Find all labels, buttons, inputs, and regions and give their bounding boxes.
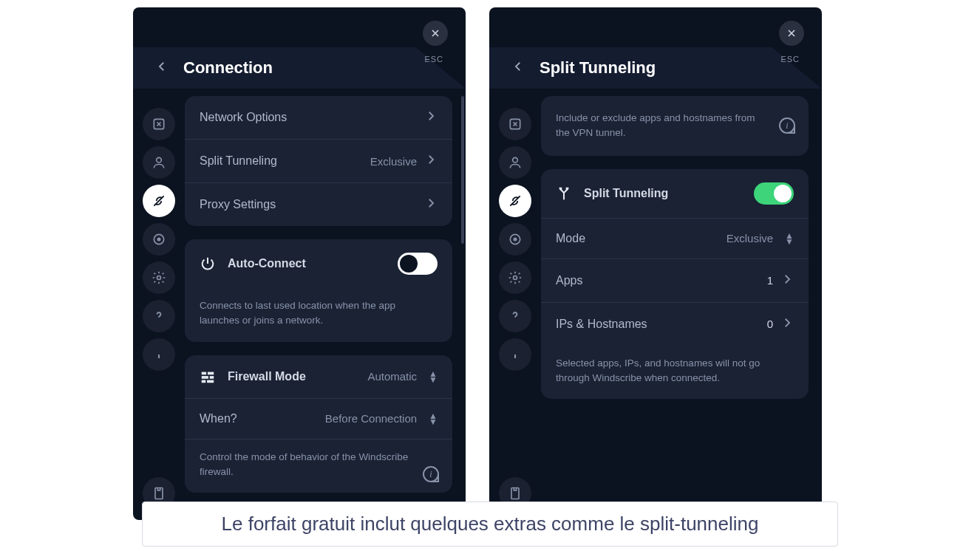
apps-row[interactable]: Apps 1 (541, 259, 809, 303)
svg-point-3 (157, 238, 160, 240)
sidebar-general-icon[interactable] (143, 108, 175, 140)
firewall-mode-value: Automatic (367, 370, 417, 383)
network-options-row[interactable]: Network Options (185, 96, 452, 140)
select-arrows-icon: ▲▼ (429, 413, 438, 425)
intro-text: Include or exclude apps and hostnames fr… (541, 96, 809, 156)
split-tunneling-row[interactable]: Split Tunneling Exclusive (185, 140, 452, 183)
panel-header: Connection (133, 47, 466, 89)
sidebar-help-icon[interactable] (499, 300, 531, 332)
svg-point-4 (157, 276, 161, 280)
row-label: Firewall Mode (228, 370, 306, 383)
auto-connect-card: Auto-Connect Connects to last used locat… (185, 239, 452, 342)
row-label: Split Tunneling (200, 154, 277, 168)
sidebar-general-icon[interactable] (499, 108, 531, 140)
sidebar-settings-icon[interactable] (499, 261, 531, 294)
chevron-right-icon (780, 273, 794, 289)
proxy-settings-row[interactable]: Proxy Settings (185, 183, 452, 226)
auto-connect-desc: Connects to last used location when the … (185, 288, 452, 342)
settings-sidebar (489, 96, 541, 520)
row-label: Network Options (200, 111, 287, 124)
sidebar-settings-icon[interactable] (143, 261, 175, 294)
panel-header: Split Tunneling (489, 47, 822, 89)
svg-rect-10 (202, 380, 206, 383)
back-button[interactable] (155, 58, 169, 78)
svg-rect-6 (202, 372, 206, 374)
svg-rect-8 (202, 376, 208, 379)
row-label: Apps (556, 274, 582, 287)
chevron-right-icon (424, 109, 438, 126)
chevron-right-icon (424, 196, 438, 213)
mode-row[interactable]: Mode Exclusive ▲▼ (541, 219, 809, 259)
svg-rect-7 (208, 372, 214, 374)
row-label: Auto-Connect (228, 257, 306, 270)
svg-point-15 (514, 238, 516, 240)
power-icon (200, 256, 216, 272)
svg-rect-9 (210, 376, 214, 379)
row-label: Proxy Settings (200, 198, 276, 211)
esc-label: ESC (424, 55, 443, 64)
split-icon (556, 185, 572, 202)
firewall-mode-row[interactable]: Firewall Mode Automatic ▲▼ (185, 355, 452, 399)
row-label: Mode (556, 232, 585, 245)
connection-nav-card: Network Options Split Tunneling Exclusiv… (185, 96, 452, 226)
page-title: Connection (183, 58, 273, 78)
back-button[interactable] (511, 58, 525, 78)
auto-connect-row: Auto-Connect (185, 239, 452, 288)
sidebar-connection-icon[interactable] (499, 185, 531, 217)
split-tunneling-card: Split Tunneling Mode Exclusive ▲▼ Apps 1 (541, 169, 809, 400)
split-tunneling-panel: ESC Split Tunneling (489, 7, 822, 520)
sidebar-about-icon[interactable] (499, 338, 531, 371)
firewall-card: Firewall Mode Automatic ▲▼ When? Before … (185, 355, 452, 493)
firewall-when-row[interactable]: When? Before Connection ▲▼ (185, 399, 452, 439)
mode-value: Exclusive (727, 232, 773, 244)
sidebar-account-icon[interactable] (499, 146, 531, 179)
row-label: IPs & Hostnames (556, 318, 647, 331)
chevron-right-icon (424, 153, 438, 169)
info-icon[interactable]: i (779, 117, 795, 134)
content-area: Include or exclude apps and hostnames fr… (541, 96, 822, 520)
chevron-right-icon (780, 316, 794, 332)
sidebar-account-icon[interactable] (143, 146, 175, 179)
row-label: Split Tunneling (584, 187, 668, 200)
svg-rect-11 (207, 380, 214, 383)
ips-row[interactable]: IPs & Hostnames 0 (541, 303, 809, 346)
page-title: Split Tunneling (540, 58, 656, 78)
close-button[interactable] (423, 21, 448, 46)
sidebar-robert-icon[interactable] (499, 223, 531, 256)
footnote: Selected apps, IPs, and hostnames will n… (541, 346, 809, 400)
svg-rect-17 (511, 488, 519, 499)
row-label: When? (200, 412, 237, 425)
sidebar-robert-icon[interactable] (143, 223, 175, 256)
select-arrows-icon: ▲▼ (785, 233, 794, 244)
connection-panel: ESC Connection (133, 7, 466, 520)
firewall-when-value: Before Connection (325, 412, 417, 425)
sidebar-help-icon[interactable] (143, 300, 175, 332)
apps-count: 1 (767, 274, 773, 287)
esc-label: ESC (780, 55, 800, 64)
row-value: Exclusive (370, 155, 417, 168)
svg-point-16 (514, 276, 517, 280)
caption: Le forfait gratuit inclut quelques extra… (142, 502, 838, 547)
sidebar-connection-icon[interactable] (143, 185, 175, 217)
sidebar-about-icon[interactable] (143, 338, 175, 371)
intro-card: Include or exclude apps and hostnames fr… (541, 96, 809, 156)
select-arrows-icon: ▲▼ (429, 371, 438, 383)
info-icon[interactable]: i (423, 466, 439, 482)
svg-point-1 (157, 157, 162, 162)
split-tunneling-toggle[interactable] (754, 182, 794, 205)
settings-sidebar (133, 96, 185, 520)
split-tunneling-toggle-row: Split Tunneling (541, 169, 809, 219)
ips-count: 0 (767, 318, 773, 330)
content-area: Network Options Split Tunneling Exclusiv… (185, 96, 466, 520)
firewall-icon (200, 369, 216, 385)
auto-connect-toggle[interactable] (398, 253, 438, 275)
firewall-desc: Control the mode of behavior of the Wind… (185, 439, 452, 493)
svg-point-13 (513, 157, 518, 162)
svg-rect-5 (155, 488, 163, 499)
desc-text: Control the mode of behavior of the Wind… (200, 451, 408, 477)
close-button[interactable] (779, 21, 804, 46)
